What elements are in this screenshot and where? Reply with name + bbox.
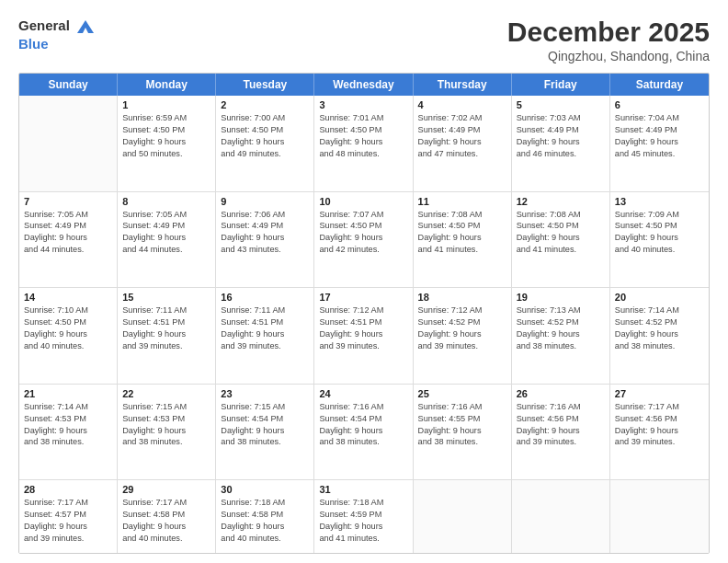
- daylight-text-2: and 39 minutes.: [517, 436, 605, 448]
- day-number: 3: [319, 99, 407, 110]
- day-number: 16: [221, 292, 309, 303]
- daylight-text-2: and 41 minutes.: [418, 244, 506, 256]
- daylight-text-1: Daylight: 9 hours: [615, 328, 704, 340]
- daylight-text-1: Daylight: 9 hours: [517, 136, 605, 148]
- daylight-text-1: Daylight: 9 hours: [122, 328, 210, 340]
- day-of-week-sunday: Sunday: [19, 74, 118, 96]
- day-cell-5: 5Sunrise: 7:03 AMSunset: 4:49 PMDaylight…: [512, 96, 610, 191]
- daylight-text-1: Daylight: 9 hours: [418, 136, 506, 148]
- day-number: 20: [615, 292, 704, 303]
- daylight-text-1: Daylight: 9 hours: [418, 232, 506, 244]
- daylight-text-2: and 38 minutes.: [517, 340, 605, 352]
- sunset-text: Sunset: 4:49 PM: [418, 124, 506, 136]
- sunrise-text: Sunrise: 7:16 AM: [517, 401, 605, 413]
- sunset-text: Sunset: 4:49 PM: [517, 124, 605, 136]
- daylight-text-2: and 43 minutes.: [221, 244, 309, 256]
- sunset-text: Sunset: 4:49 PM: [24, 220, 112, 232]
- sunset-text: Sunset: 4:58 PM: [221, 509, 309, 521]
- empty-cell: [414, 480, 512, 554]
- header: General Blue December 2025 Qingzhou, Sha…: [18, 17, 710, 63]
- calendar-row-3: 14Sunrise: 7:10 AMSunset: 4:50 PMDayligh…: [19, 288, 709, 385]
- daylight-text-2: and 47 minutes.: [418, 148, 506, 160]
- daylight-text-1: Daylight: 9 hours: [24, 521, 112, 533]
- sunrise-text: Sunrise: 7:17 AM: [615, 401, 704, 413]
- day-cell-25: 25Sunrise: 7:16 AMSunset: 4:55 PMDayligh…: [414, 385, 512, 480]
- day-number: 14: [24, 292, 112, 303]
- daylight-text-2: and 39 minutes.: [418, 340, 506, 352]
- sunrise-text: Sunrise: 7:16 AM: [319, 401, 407, 413]
- daylight-text-1: Daylight: 9 hours: [517, 425, 605, 437]
- daylight-text-2: and 49 minutes.: [221, 148, 309, 160]
- day-cell-17: 17Sunrise: 7:12 AMSunset: 4:51 PMDayligh…: [314, 288, 413, 384]
- day-number: 1: [122, 99, 210, 110]
- sunset-text: Sunset: 4:59 PM: [319, 509, 407, 521]
- daylight-text-1: Daylight: 9 hours: [615, 425, 704, 437]
- calendar-row-2: 7Sunrise: 7:05 AMSunset: 4:49 PMDaylight…: [19, 192, 709, 289]
- day-number: 27: [615, 388, 704, 399]
- day-of-week-monday: Monday: [118, 74, 216, 96]
- day-cell-23: 23Sunrise: 7:15 AMSunset: 4:54 PMDayligh…: [216, 385, 314, 480]
- day-cell-10: 10Sunrise: 7:07 AMSunset: 4:50 PMDayligh…: [314, 192, 413, 288]
- sunset-text: Sunset: 4:57 PM: [24, 509, 112, 521]
- daylight-text-1: Daylight: 9 hours: [122, 425, 210, 437]
- calendar-row-1: 1Sunrise: 6:59 AMSunset: 4:50 PMDaylight…: [19, 96, 709, 192]
- day-of-week-friday: Friday: [512, 74, 610, 96]
- daylight-text-2: and 39 minutes.: [221, 340, 309, 352]
- sunrise-text: Sunrise: 7:08 AM: [517, 209, 605, 221]
- sunrise-text: Sunrise: 7:15 AM: [221, 401, 309, 413]
- day-number: 8: [122, 196, 210, 207]
- sunset-text: Sunset: 4:52 PM: [615, 316, 704, 328]
- sunset-text: Sunset: 4:58 PM: [122, 509, 210, 521]
- daylight-text-2: and 50 minutes.: [122, 148, 210, 160]
- day-number: 15: [122, 292, 210, 303]
- daylight-text-1: Daylight: 9 hours: [418, 425, 506, 437]
- sunrise-text: Sunrise: 7:01 AM: [319, 112, 407, 124]
- day-cell-1: 1Sunrise: 6:59 AMSunset: 4:50 PMDaylight…: [118, 96, 216, 191]
- daylight-text-1: Daylight: 9 hours: [615, 232, 704, 244]
- logo: General Blue: [18, 17, 96, 52]
- sunset-text: Sunset: 4:49 PM: [122, 220, 210, 232]
- daylight-text-1: Daylight: 9 hours: [221, 232, 309, 244]
- day-cell-12: 12Sunrise: 7:08 AMSunset: 4:50 PMDayligh…: [512, 192, 610, 288]
- sunset-text: Sunset: 4:53 PM: [122, 413, 210, 425]
- sunset-text: Sunset: 4:55 PM: [418, 413, 506, 425]
- daylight-text-1: Daylight: 9 hours: [319, 232, 407, 244]
- day-cell-11: 11Sunrise: 7:08 AMSunset: 4:50 PMDayligh…: [414, 192, 512, 288]
- calendar-header: SundayMondayTuesdayWednesdayThursdayFrid…: [19, 74, 709, 96]
- sunset-text: Sunset: 4:54 PM: [319, 413, 407, 425]
- daylight-text-1: Daylight: 9 hours: [221, 328, 309, 340]
- location: Qingzhou, Shandong, China: [507, 49, 710, 63]
- daylight-text-1: Daylight: 9 hours: [319, 136, 407, 148]
- page: General Blue December 2025 Qingzhou, Sha…: [0, 0, 728, 563]
- day-number: 28: [24, 484, 112, 495]
- daylight-text-2: and 39 minutes.: [615, 436, 704, 448]
- daylight-text-1: Daylight: 9 hours: [319, 521, 407, 533]
- day-cell-16: 16Sunrise: 7:11 AMSunset: 4:51 PMDayligh…: [216, 288, 314, 384]
- day-number: 22: [122, 388, 210, 399]
- day-number: 26: [517, 388, 605, 399]
- daylight-text-2: and 38 minutes.: [122, 436, 210, 448]
- sunrise-text: Sunrise: 7:04 AM: [615, 112, 704, 124]
- day-cell-14: 14Sunrise: 7:10 AMSunset: 4:50 PMDayligh…: [19, 288, 118, 384]
- sunset-text: Sunset: 4:56 PM: [615, 413, 704, 425]
- day-number: 4: [418, 99, 506, 110]
- daylight-text-1: Daylight: 9 hours: [122, 232, 210, 244]
- sunrise-text: Sunrise: 7:18 AM: [319, 497, 407, 509]
- sunrise-text: Sunrise: 7:00 AM: [221, 112, 309, 124]
- daylight-text-2: and 44 minutes.: [24, 244, 112, 256]
- sunset-text: Sunset: 4:50 PM: [122, 124, 210, 136]
- daylight-text-2: and 48 minutes.: [319, 148, 407, 160]
- sunrise-text: Sunrise: 7:14 AM: [615, 304, 704, 316]
- daylight-text-2: and 39 minutes.: [319, 340, 407, 352]
- sunrise-text: Sunrise: 7:06 AM: [221, 209, 309, 221]
- sunrise-text: Sunrise: 7:12 AM: [418, 304, 506, 316]
- day-of-week-saturday: Saturday: [610, 74, 709, 96]
- day-cell-9: 9Sunrise: 7:06 AMSunset: 4:49 PMDaylight…: [216, 192, 314, 288]
- sunrise-text: Sunrise: 7:07 AM: [319, 209, 407, 221]
- day-number: 10: [319, 196, 407, 207]
- day-cell-6: 6Sunrise: 7:04 AMSunset: 4:49 PMDaylight…: [610, 96, 709, 191]
- sunset-text: Sunset: 4:50 PM: [24, 316, 112, 328]
- daylight-text-2: and 41 minutes.: [517, 244, 605, 256]
- sunrise-text: Sunrise: 7:12 AM: [319, 304, 407, 316]
- daylight-text-1: Daylight: 9 hours: [221, 136, 309, 148]
